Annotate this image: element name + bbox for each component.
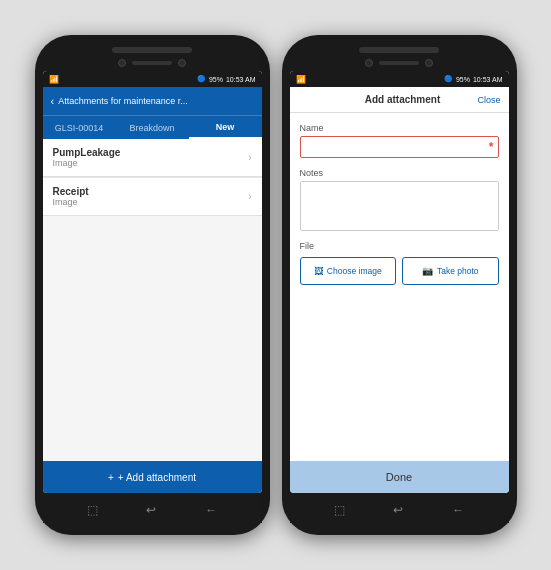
home-btn-right[interactable]: ↩ [393,503,403,517]
left-phone: 📶 🔵 95% 10:53 AM ‹ Attachments for maint… [35,35,270,535]
chevron-icon-receipt: › [248,191,251,202]
tab-breakdown[interactable]: Breakdown [116,116,189,139]
left-screen: 📶 🔵 95% 10:53 AM ‹ Attachments for maint… [43,71,262,493]
phone-nav-left: ⬚ ↩ ← [43,497,262,523]
list-item-text-pump: PumpLeakage Image [53,147,121,168]
front-camera-left [118,59,126,67]
menu-btn-right[interactable]: ⬚ [334,503,345,517]
file-label: File [300,241,499,251]
battery-pct-left: 95% [209,76,223,83]
done-button[interactable]: Done [290,461,509,493]
choose-image-label: Choose image [327,266,382,276]
tab-glsi[interactable]: GLSI-00014 [43,116,116,139]
status-right-info: 🔵 95% 10:53 AM [197,75,256,83]
list-item-pumpleakage[interactable]: PumpLeakage Image › [43,139,262,177]
speaker-right [379,61,419,65]
camera-row-right [365,59,433,67]
nav-title-right: Add attachment [365,94,441,105]
image-icon: 🖼 [314,266,323,276]
right-screen: 📶 🔵 95% 10:53 AM Add attachment Close Na… [290,71,509,493]
phone-nav-right: ⬚ ↩ ← [290,497,509,523]
bluetooth-icon-right: 🔵 [444,75,453,83]
sensor-right [425,59,433,67]
status-left-right: 📶 [296,75,306,84]
name-label: Name [300,123,499,133]
add-attachment-button[interactable]: + + Add attachment [43,461,262,493]
home-btn-left[interactable]: ↩ [146,503,156,517]
nav-bar-left[interactable]: ‹ Attachments for maintenance r... [43,87,262,115]
back-btn-left[interactable]: ← [205,503,217,517]
back-btn-right[interactable]: ← [452,503,464,517]
back-arrow-icon[interactable]: ‹ [51,95,55,107]
choose-image-button[interactable]: 🖼 Choose image [300,257,397,285]
status-bar-left: 📶 🔵 95% 10:53 AM [43,71,262,87]
speaker-left [132,61,172,65]
name-input[interactable]: * [300,136,499,158]
form-content: Name * Notes File 🖼 Choose image 📷 [290,113,509,461]
time-left: 10:53 AM [226,76,256,83]
tab-new[interactable]: New [189,116,262,139]
status-right-right: 🔵 95% 10:53 AM [444,75,503,83]
item-name-receipt: Receipt [53,186,89,197]
battery-pct-right: 95% [456,76,470,83]
notes-label: Notes [300,168,499,178]
add-attachment-label: + Add attachment [118,472,196,483]
nav-title-left: Attachments for maintenance r... [58,96,188,106]
phone-notch-left [112,47,192,53]
content-area-left: PumpLeakage Image › Receipt Image › [43,139,262,461]
sensor-left [178,59,186,67]
item-sub-receipt: Image [53,197,89,207]
status-bar-right: 📶 🔵 95% 10:53 AM [290,71,509,87]
file-buttons-row: 🖼 Choose image 📷 Take photo [300,257,499,285]
phone-notch-right [359,47,439,53]
time-right: 10:53 AM [473,76,503,83]
close-button[interactable]: Close [477,95,500,105]
camera-icon: 📷 [422,266,433,276]
menu-btn-left[interactable]: ⬚ [87,503,98,517]
signal-icon: 📶 [49,75,59,84]
bluetooth-icon: 🔵 [197,75,206,83]
list-item-text-receipt: Receipt Image [53,186,89,207]
required-star-icon: * [489,140,494,154]
right-phone: 📶 🔵 95% 10:53 AM Add attachment Close Na… [282,35,517,535]
front-camera-right [365,59,373,67]
status-left-icons: 📶 [49,75,59,84]
plus-icon: + [108,472,114,483]
take-photo-button[interactable]: 📷 Take photo [402,257,499,285]
signal-icon-right: 📶 [296,75,306,84]
notes-input[interactable] [300,181,499,231]
item-sub-pump: Image [53,158,121,168]
done-label: Done [386,471,412,483]
take-photo-label: Take photo [437,266,479,276]
item-name-pump: PumpLeakage [53,147,121,158]
nav-bar-right: Add attachment Close [290,87,509,113]
tab-bar-left: GLSI-00014 Breakdown New [43,115,262,139]
chevron-icon-pump: › [248,152,251,163]
camera-row-left [118,59,186,67]
list-item-receipt[interactable]: Receipt Image › [43,178,262,216]
